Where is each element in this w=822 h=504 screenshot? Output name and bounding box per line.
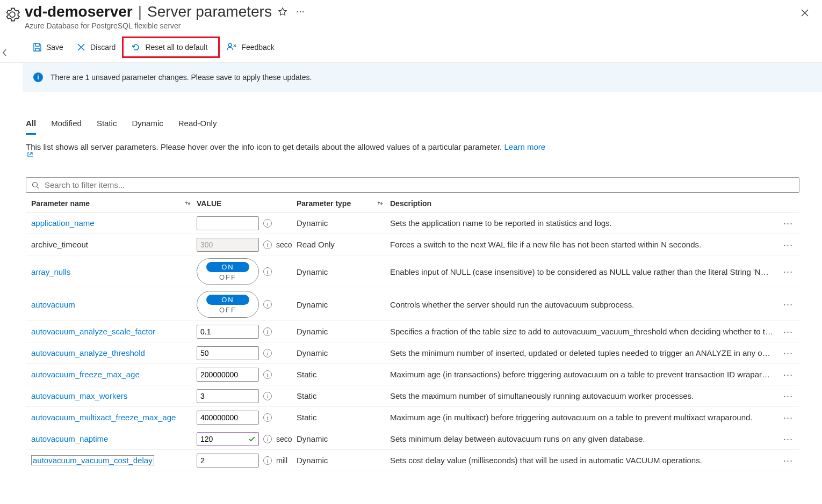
svg-point-1 (300, 11, 301, 12)
unit-label: seco (276, 435, 292, 443)
info-icon[interactable]: i (263, 349, 272, 357)
collapse-chevron-icon[interactable] (0, 46, 10, 59)
table-row: array_nullsONOFFiDynamicEnables input of… (26, 255, 799, 288)
close-button[interactable] (798, 6, 811, 19)
param-name[interactable]: application_name (31, 218, 95, 228)
save-button[interactable]: Save (26, 39, 70, 55)
discard-icon (76, 42, 86, 52)
info-icon[interactable]: i (263, 435, 272, 443)
tab-dynamic[interactable]: Dynamic (132, 118, 163, 135)
table-row: autovacuum_freeze_max_ageiStaticMaximum … (26, 364, 799, 385)
info-icon[interactable]: i (263, 392, 272, 400)
search-icon (32, 181, 39, 189)
gear-icon (4, 6, 20, 23)
tab-all[interactable]: All (26, 118, 36, 135)
row-more-button[interactable]: ··· (779, 327, 797, 337)
row-more-button[interactable]: ··· (779, 267, 797, 276)
row-more-button[interactable]: ··· (779, 391, 797, 401)
param-description: Sets the application name to be reported… (390, 218, 779, 228)
param-name[interactable]: autovacuum_analyze_threshold (31, 348, 145, 357)
info-icon[interactable]: i (263, 413, 272, 422)
discard-label: Discard (90, 43, 116, 52)
search-input[interactable] (44, 180, 794, 190)
param-type: Static (297, 391, 390, 400)
reset-all-button[interactable]: Reset all to default (125, 39, 214, 55)
param-name[interactable]: autovacuum (31, 300, 75, 309)
param-type: Dynamic (297, 434, 390, 443)
save-label: Save (46, 43, 63, 52)
param-name[interactable]: array_nulls (31, 267, 70, 276)
row-more-button[interactable]: ··· (779, 456, 797, 465)
info-icon: i (33, 72, 43, 82)
favorite-button[interactable] (275, 4, 290, 19)
sort-icon[interactable] (376, 200, 384, 207)
col-parameter-type[interactable]: Parameter type (297, 199, 351, 208)
tab-modified[interactable]: Modified (51, 118, 82, 135)
table-row: archive_timeoutisecoRead OnlyForces a sw… (26, 234, 799, 255)
value-input[interactable] (197, 389, 259, 403)
svg-point-2 (302, 11, 304, 12)
value-input[interactable] (197, 411, 259, 425)
value-input[interactable] (197, 346, 259, 360)
info-icon[interactable]: i (263, 267, 272, 276)
row-more-button[interactable]: ··· (779, 240, 797, 250)
row-more-button[interactable]: ··· (779, 348, 797, 358)
param-name[interactable]: autovacuum_vacuum_cost_delay (31, 455, 154, 465)
row-more-button[interactable]: ··· (779, 434, 797, 444)
svg-point-4 (33, 182, 38, 187)
svg-point-3 (228, 43, 232, 47)
value-input[interactable] (197, 216, 259, 230)
info-icon[interactable]: i (263, 240, 272, 249)
description-text: This list shows all server parameters. P… (26, 142, 799, 158)
param-type: Dynamic (297, 300, 390, 309)
param-type: Static (297, 370, 390, 379)
param-type: Dynamic (297, 348, 390, 357)
info-icon[interactable]: i (263, 327, 272, 336)
param-type: Read Only (297, 240, 390, 249)
toggle-on: ON (206, 262, 249, 272)
row-more-button[interactable]: ··· (779, 370, 797, 379)
table-header: Parameter name VALUE Parameter type Desc… (26, 193, 799, 213)
table-row: autovacuum_naptimeisecoDynamicSets minim… (26, 428, 799, 450)
tab-static[interactable]: Static (97, 118, 117, 135)
value-input[interactable] (197, 368, 259, 382)
param-name[interactable]: autovacuum_max_workers (31, 391, 127, 400)
highlight-reset: Reset all to default (122, 36, 220, 58)
toggle-off: OFF (219, 305, 236, 314)
param-name[interactable]: autovacuum_analyze_scale_factor (31, 327, 155, 336)
table-row: autovacuumONOFFiDynamicControls whether … (26, 288, 799, 321)
param-name[interactable]: autovacuum_freeze_max_age (31, 370, 140, 379)
param-description: Enables input of NULL (case insensitive)… (390, 267, 779, 276)
info-icon[interactable]: i (263, 300, 272, 309)
table-row: autovacuum_multixact_freeze_max_ageiStat… (26, 407, 799, 428)
row-more-button[interactable]: ··· (779, 218, 797, 228)
col-value: VALUE (197, 199, 221, 208)
info-icon[interactable]: i (263, 219, 272, 228)
check-icon (248, 435, 256, 443)
subtitle: Azure Database for PostgreSQL flexible s… (25, 21, 813, 30)
row-more-button[interactable]: ··· (779, 300, 797, 309)
col-description: Description (390, 199, 431, 208)
sort-icon[interactable] (184, 200, 191, 207)
param-name[interactable]: autovacuum_naptime (31, 434, 108, 443)
param-name: archive_timeout (31, 240, 88, 249)
col-parameter-name[interactable]: Parameter name (31, 199, 90, 208)
row-more-button[interactable]: ··· (779, 413, 797, 422)
server-name: vd-demoserver (25, 3, 133, 20)
toggle-on: ON (206, 295, 249, 305)
discard-button[interactable]: Discard (70, 39, 122, 55)
search-box[interactable] (26, 177, 799, 193)
param-description: Sets the minimum number of inserted, upd… (390, 348, 779, 357)
toggle[interactable]: ONOFF (197, 291, 259, 318)
info-icon[interactable]: i (263, 456, 272, 465)
value-input[interactable] (197, 325, 259, 339)
table-row: autovacuum_max_workersiStaticSets the ma… (26, 385, 799, 407)
value-input[interactable] (197, 454, 259, 468)
feedback-button[interactable]: Feedback (220, 39, 280, 55)
tab-readonly[interactable]: Read-Only (178, 118, 217, 135)
toggle[interactable]: ONOFF (197, 258, 259, 285)
info-icon[interactable]: i (263, 370, 272, 379)
more-button[interactable] (293, 5, 307, 19)
param-name[interactable]: autovacuum_multixact_freeze_max_age (31, 413, 176, 422)
param-description: Sets minimum delay between autovacuum ru… (390, 434, 779, 443)
